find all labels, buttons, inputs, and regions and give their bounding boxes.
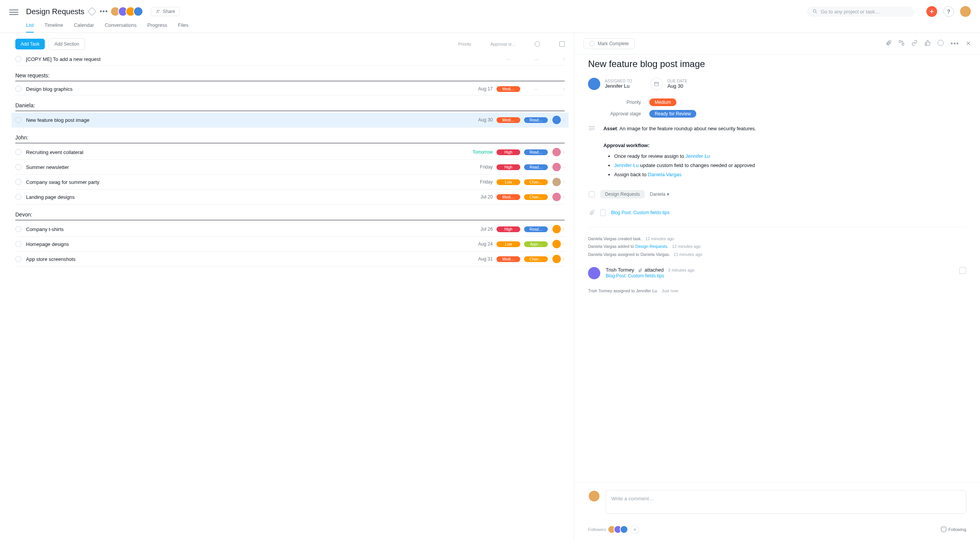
chevron-right-icon[interactable]: › [563, 86, 565, 92]
like-icon[interactable] [924, 40, 931, 48]
priority-field[interactable]: Priority Medium [588, 98, 966, 106]
like-button[interactable] [959, 267, 966, 274]
task-row[interactable]: [COPY ME] To add a new request——› [15, 53, 565, 66]
task-check-circle[interactable] [15, 117, 21, 123]
comment-input[interactable]: Write a comment… [606, 490, 966, 514]
tab-timeline[interactable]: Timeline [44, 22, 63, 33]
tab-files[interactable]: Files [178, 22, 188, 33]
column-header-priority[interactable]: Priority [458, 42, 471, 46]
task-priority-pill[interactable]: Medi… [497, 256, 520, 262]
member-avatar[interactable] [133, 7, 143, 16]
tab-progress[interactable]: Progress [147, 22, 167, 33]
task-assignee-avatar[interactable] [552, 225, 561, 233]
chevron-right-icon[interactable]: › [563, 241, 565, 247]
task-description[interactable]: Asset: An image for the feature roundup … [603, 125, 966, 179]
close-detail-icon[interactable]: ✕ [966, 40, 971, 48]
task-approval-pill[interactable]: Read… [524, 117, 548, 123]
assigned-to-field[interactable]: ASSIGNED TO Jennifer Lu [588, 78, 632, 90]
menu-icon[interactable] [9, 8, 18, 17]
task-row[interactable]: Summer newsletterFridayHighRead…› [15, 160, 565, 175]
task-row[interactable]: App store screenshotsAug 31Medi…Chan…› [15, 252, 565, 267]
harvest-icon[interactable] [938, 40, 944, 48]
chevron-right-icon[interactable]: › [563, 179, 565, 185]
task-row[interactable]: Landing page designsJul 20Medi…Chan…› [15, 190, 565, 205]
project-section-dropdown[interactable]: Daniela▾ [650, 192, 670, 197]
task-assignee-avatar[interactable] [552, 163, 561, 171]
task-check-circle[interactable] [15, 86, 21, 92]
share-button[interactable]: Share [151, 7, 180, 16]
due-date-field[interactable]: DUE DATE Aug 30 [650, 78, 687, 90]
task-priority-pill[interactable]: High [497, 226, 520, 232]
task-approval-pill[interactable]: Appr… [524, 241, 548, 247]
task-priority-pill[interactable]: Medi… [497, 194, 520, 200]
subtasks-icon[interactable] [898, 40, 905, 48]
task-assignee-avatar[interactable] [552, 178, 561, 186]
column-assignee-icon[interactable] [535, 41, 540, 47]
task-row[interactable]: Recruiting event collateralTomorrowHighR… [15, 145, 565, 160]
star-icon[interactable] [88, 7, 96, 16]
chevron-right-icon[interactable]: › [563, 117, 565, 123]
task-check-circle[interactable] [15, 179, 21, 185]
task-row[interactable]: Company swag for summer partyFridayLowCh… [15, 175, 565, 190]
task-row[interactable]: Homepage designsAug 24LowAppr…› [15, 237, 565, 252]
user-mention[interactable]: Jennifer Lu [614, 162, 639, 168]
chevron-right-icon[interactable]: › [563, 256, 565, 262]
task-priority-pill[interactable]: High [497, 164, 520, 170]
task-assignee-avatar[interactable] [552, 240, 561, 248]
task-approval-pill[interactable]: — [524, 56, 548, 62]
project-members-avatars[interactable] [113, 7, 143, 16]
attachments-icon[interactable] [885, 40, 892, 48]
global-add-button[interactable]: + [926, 6, 937, 17]
self-avatar[interactable] [960, 6, 971, 17]
task-check-circle[interactable] [15, 149, 21, 155]
task-priority-pill[interactable]: High [497, 149, 520, 155]
section-header[interactable]: John: [15, 134, 565, 143]
add-section-button[interactable]: Add Section [49, 38, 85, 50]
task-assignee-avatar[interactable] [552, 255, 561, 263]
task-approval-pill[interactable]: Chan… [524, 256, 548, 262]
task-row[interactable]: Design blog graphicsAug 17Medi…—› [15, 83, 565, 95]
chevron-right-icon[interactable]: › [563, 56, 565, 62]
task-approval-pill[interactable]: Chan… [524, 194, 548, 200]
attachment-link[interactable]: Blog Post: Custom fields tips [611, 210, 670, 215]
task-row[interactable]: Company t-shirtsJul 26HighRead…› [15, 222, 565, 237]
section-header[interactable]: New requests: [15, 72, 565, 81]
section-header[interactable]: Daniela: [15, 102, 565, 111]
column-settings-icon[interactable] [559, 41, 565, 47]
task-approval-pill[interactable]: Read… [524, 164, 548, 170]
task-approval-pill[interactable]: Read… [524, 226, 548, 232]
column-header-approval[interactable]: Approval st… [490, 42, 516, 46]
task-row[interactable]: New feature blog post imageAug 30Medi…Re… [11, 113, 568, 128]
chevron-right-icon[interactable]: › [563, 194, 565, 200]
task-check-circle[interactable] [15, 241, 21, 247]
chevron-right-icon[interactable]: › [563, 164, 565, 170]
task-priority-pill[interactable]: — [497, 56, 520, 62]
section-header[interactable]: Devon: [15, 211, 565, 220]
history-link[interactable]: Design Requests [635, 244, 667, 249]
follower-avatar[interactable] [620, 525, 628, 534]
task-approval-pill[interactable]: — [524, 86, 548, 92]
task-assignee-avatar[interactable] [552, 193, 561, 201]
tab-calendar[interactable]: Calendar [74, 22, 94, 33]
task-check-circle[interactable] [15, 164, 21, 170]
task-approval-pill[interactable]: Chan… [524, 179, 548, 185]
project-chip[interactable]: Design Requests [600, 190, 644, 198]
task-priority-pill[interactable]: Low [497, 241, 520, 247]
following-toggle[interactable]: Following [941, 527, 966, 532]
tab-list[interactable]: List [26, 22, 34, 33]
task-priority-pill[interactable]: Low [497, 179, 520, 185]
chevron-right-icon[interactable]: › [563, 149, 565, 155]
detail-more-icon[interactable]: ••• [951, 40, 959, 48]
task-priority-pill[interactable]: Medi… [497, 117, 520, 123]
mark-complete-button[interactable]: Mark Complete [583, 38, 634, 49]
activity-attachment-link[interactable]: Blog Post: Custom fields tips [606, 273, 664, 279]
help-button[interactable]: ? [943, 6, 954, 17]
search-input[interactable]: Go to any project or task… [807, 7, 914, 17]
project-more-icon[interactable]: ••• [100, 8, 108, 16]
task-check-circle[interactable] [15, 194, 21, 200]
add-follower-button[interactable]: + [630, 525, 639, 534]
tab-conversations[interactable]: Conversations [105, 22, 137, 33]
copy-link-icon[interactable] [911, 40, 918, 48]
user-mention[interactable]: Jennifer Lu [686, 153, 710, 159]
task-assignee-avatar[interactable] [552, 148, 561, 156]
